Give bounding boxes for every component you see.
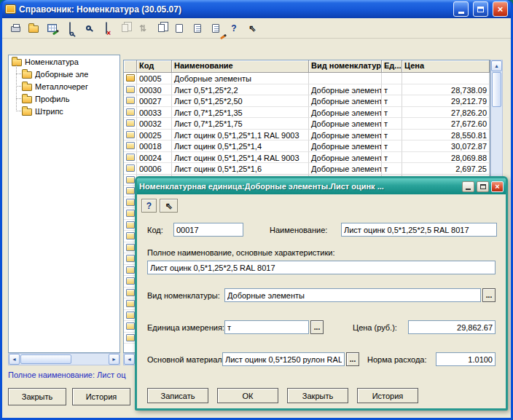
- code-field[interactable]: [173, 223, 243, 237]
- maximize-button[interactable]: [473, 1, 488, 17]
- folder-icon: [22, 84, 32, 91]
- tree-item[interactable]: Штрипс: [9, 105, 120, 117]
- edit-list-button[interactable]: [207, 20, 224, 36]
- copy-button[interactable]: [152, 20, 170, 36]
- tree-item[interactable]: Доборные эле: [9, 68, 120, 80]
- magnifier-icon: [86, 25, 91, 31]
- scroll-right-arrow-icon[interactable]: ►: [109, 354, 120, 365]
- context-help-button[interactable]: ⇖: [243, 20, 261, 36]
- dialog-maximize-button[interactable]: [477, 181, 489, 192]
- context-help-icon: ⇖: [165, 201, 172, 211]
- close-window-button[interactable]: Закрыть: [8, 388, 66, 405]
- dialog-close-button[interactable]: ×: [491, 181, 504, 192]
- type-field[interactable]: [224, 288, 481, 302]
- open-folder-icon: [28, 25, 39, 33]
- dialog-close-action-button[interactable]: Закрыть: [287, 388, 348, 403]
- edit-row-button[interactable]: [43, 20, 60, 36]
- folder-icon: [12, 59, 22, 66]
- cell-name: Лист оцинк 0,5*1,25*1,1 RAL 9003: [172, 130, 309, 141]
- cell-type: Доборные элементы: [309, 140, 382, 152]
- item-icon: [126, 334, 135, 341]
- header-unit: Ед...: [382, 60, 402, 73]
- cell-unit: т: [382, 130, 402, 141]
- document-button[interactable]: [171, 20, 188, 36]
- tree-horizontal-scrollbar[interactable]: ◄ ►: [8, 353, 120, 365]
- table-row[interactable]: 00030 Лист 0,5*1,25*2,2 Доборные элемент…: [124, 84, 490, 96]
- tree-item[interactable]: Профиль: [9, 92, 120, 105]
- table-row[interactable]: 00033 Лист 0,7*1,25*1,35 Доборные элемен…: [124, 107, 490, 119]
- tree-item-label: Профиль: [35, 95, 70, 103]
- find-button[interactable]: [79, 20, 97, 36]
- table-row[interactable]: 00006 Лист оцинк 0,5*1,25*1,6 Доборные э…: [124, 163, 490, 175]
- item-icon: [126, 277, 135, 285]
- table-scroll-thumb[interactable]: [492, 72, 501, 107]
- reorder-button[interactable]: ⇅: [134, 20, 152, 36]
- row-icon-cell: [124, 95, 137, 107]
- tree-item-label: Доборные эле: [35, 70, 88, 79]
- dialog-minimize-button[interactable]: [462, 181, 474, 192]
- list-icon: [194, 24, 201, 33]
- print-button[interactable]: [7, 20, 24, 36]
- view-document-button[interactable]: [61, 20, 79, 36]
- dialog-context-help-button[interactable]: ⇖: [160, 199, 178, 213]
- header-price: Цена: [402, 60, 490, 73]
- minimize-button[interactable]: [453, 1, 469, 17]
- status-value: Лист оц: [97, 371, 125, 379]
- tree-root-label: Номенклатура: [25, 58, 79, 66]
- new-group-button[interactable]: [25, 20, 42, 36]
- cell-type: Доборные элементы: [309, 152, 382, 164]
- material-field[interactable]: [222, 352, 345, 366]
- dialog-title-bar[interactable]: Номенклатурная единица:Доборные элементы…: [137, 178, 506, 194]
- material-label: Основной материал:: [147, 355, 224, 364]
- cell-unit: т: [382, 140, 402, 152]
- table-row[interactable]: 00024 Лист оцинк 0,5*1,25*1,4 RAL 9003 Д…: [124, 152, 490, 164]
- copy-group-button[interactable]: [116, 20, 133, 36]
- item-icon: [126, 119, 135, 127]
- tree-item-root[interactable]: Номенклатура: [9, 55, 120, 68]
- close-button[interactable]: ×: [493, 1, 508, 17]
- unit-picker-button[interactable]: ...: [310, 320, 324, 334]
- cell-name: Лист оцинк 0,5*1,25*1,6: [172, 163, 309, 175]
- type-label: Вид номенклатуры:: [147, 291, 220, 300]
- price-field[interactable]: [408, 320, 496, 334]
- dialog-history-button[interactable]: История: [357, 388, 418, 403]
- help-icon: ?: [146, 201, 152, 211]
- table-row[interactable]: 00025 Лист оцинк 0,5*1,25*1,1 RAL 9003 Д…: [124, 130, 490, 141]
- cell-name: Доборные элементы: [172, 73, 309, 84]
- material-picker-button[interactable]: ...: [346, 352, 359, 366]
- item-icon: [126, 97, 135, 104]
- header-name: Наименование: [172, 60, 309, 73]
- type-picker-button[interactable]: ...: [482, 288, 496, 302]
- table-row[interactable]: 00027 Лист 0,5*1,25*2,50 Доборные элемен…: [124, 95, 490, 107]
- write-button[interactable]: Записать: [147, 388, 208, 403]
- tree-scroll-thumb[interactable]: [20, 354, 71, 364]
- toolbar: × ⇅ ? ⇖: [2, 18, 511, 39]
- table-row[interactable]: 00018 Лист оцинк 0,5*1,25*1,4 Доборные э…: [124, 140, 490, 152]
- history-button[interactable]: История: [72, 388, 130, 405]
- delete-row-button[interactable]: ×: [98, 20, 115, 36]
- scroll-left-arrow-icon[interactable]: ◄: [9, 354, 20, 365]
- unit-field[interactable]: [224, 320, 309, 334]
- maximize-icon: [477, 7, 484, 12]
- help-button[interactable]: ?: [225, 20, 243, 36]
- list-button[interactable]: [189, 20, 206, 36]
- unit-label: Единица измерения:: [147, 323, 224, 332]
- row-icon-cell: [124, 118, 137, 130]
- tree-item-label: Металлочерег: [35, 82, 88, 91]
- table-header: Код Наименование Вид номенклатуры Ед... …: [124, 60, 490, 73]
- row-icon-cell: [124, 130, 137, 141]
- rate-field[interactable]: [436, 352, 496, 366]
- scroll-left-arrow-icon[interactable]: ◄: [124, 354, 135, 365]
- ok-button[interactable]: ОК: [217, 388, 278, 403]
- item-icon: [126, 165, 135, 172]
- table-row[interactable]: 00032 Лист 0,7*1,25*1,75 Доборные элемен…: [124, 118, 490, 130]
- tree-children: Доборные эле Металлочерег Профиль Штрипс: [9, 68, 120, 117]
- table-row[interactable]: 00005 Доборные элементы: [124, 73, 490, 84]
- title-bar[interactable]: Справочник: Номенклатура (30.05.07) ×: [2, 0, 511, 18]
- context-help-icon: ⇖: [248, 23, 256, 33]
- full-name-field[interactable]: [147, 261, 496, 274]
- tree-item[interactable]: Металлочерег: [9, 80, 120, 92]
- dialog-help-button[interactable]: ?: [141, 199, 157, 213]
- scroll-up-arrow-icon[interactable]: ▲: [491, 60, 502, 71]
- name-field[interactable]: [341, 223, 497, 237]
